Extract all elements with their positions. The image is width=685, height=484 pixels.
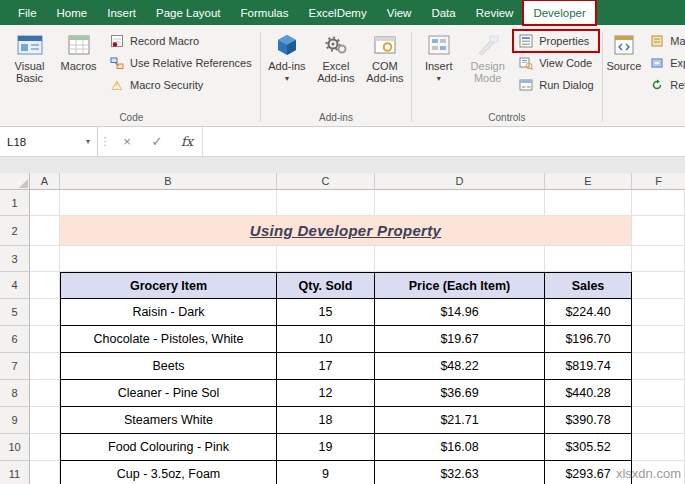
cell[interactable] (30, 380, 60, 407)
cell[interactable]: $36.69 (375, 380, 545, 407)
cell[interactable]: 15 (277, 299, 375, 326)
macro-security-button[interactable]: ⚠ Macro Security (104, 74, 257, 96)
cell[interactable]: Beets (60, 353, 277, 380)
tab-developer[interactable]: Developer (523, 0, 595, 25)
cell[interactable] (632, 380, 685, 407)
use-relative-references-button[interactable]: Use Relative References (104, 52, 257, 74)
table-header-cell[interactable]: Grocery Item (60, 272, 277, 299)
cell[interactable]: $224.40 (545, 299, 632, 326)
tab-home[interactable]: Home (47, 0, 98, 25)
cell[interactable] (375, 190, 545, 216)
tab-page-layout[interactable]: Page Layout (146, 0, 231, 25)
cell[interactable]: 10 (277, 326, 375, 353)
cell[interactable] (60, 246, 277, 272)
view-code-button[interactable]: View Code (513, 52, 598, 74)
tab-view[interactable]: View (377, 0, 422, 25)
macros-button[interactable]: Macros (55, 29, 102, 74)
cell[interactable]: $305.52 (545, 434, 632, 461)
cell[interactable]: Food Colouring - Pink (60, 434, 277, 461)
cell[interactable] (632, 246, 685, 272)
add-ins-button[interactable]: Add-ins ▾ (263, 29, 310, 84)
enter-icon[interactable]: ✓ (142, 127, 172, 156)
cell[interactable] (30, 190, 60, 216)
cell[interactable] (30, 246, 60, 272)
cell[interactable] (545, 190, 632, 216)
cell[interactable] (545, 246, 632, 272)
table-header-cell[interactable]: Price (Each Item) (375, 272, 545, 299)
column-header-a[interactable]: A (30, 173, 60, 189)
cell[interactable]: $819.74 (545, 353, 632, 380)
row-header[interactable]: 11 (0, 461, 30, 484)
excel-add-ins-button[interactable]: Excel Add-ins (312, 29, 359, 86)
cell[interactable] (30, 216, 60, 246)
cell[interactable]: Steamers White (60, 407, 277, 434)
cell[interactable] (632, 407, 685, 434)
cell[interactable]: $32.63 (375, 461, 545, 484)
cell[interactable]: 12 (277, 380, 375, 407)
cell[interactable]: 17 (277, 353, 375, 380)
cell[interactable]: $390.78 (545, 407, 632, 434)
cell[interactable]: 19 (277, 434, 375, 461)
cell[interactable] (30, 407, 60, 434)
cell[interactable] (277, 246, 375, 272)
cell[interactable] (632, 299, 685, 326)
cell[interactable] (30, 272, 60, 299)
cell[interactable] (30, 434, 60, 461)
record-macro-button[interactable]: Record Macro (104, 30, 257, 52)
column-header-c[interactable]: C (277, 173, 375, 189)
cell[interactable]: $196.70 (545, 326, 632, 353)
table-header-cell[interactable]: Sales (545, 272, 632, 299)
run-dialog-button[interactable]: Run Dialog (513, 74, 598, 96)
cell-title[interactable]: Using Developer Property (60, 216, 632, 246)
row-header[interactable]: 6 (0, 326, 30, 353)
name-box-dropdown-icon[interactable]: ▾ (86, 137, 90, 146)
row-header[interactable]: 1 (0, 190, 30, 216)
cell[interactable]: $48.22 (375, 353, 545, 380)
cell[interactable] (30, 461, 60, 484)
cell[interactable]: Cleaner - Pine Sol (60, 380, 277, 407)
insert-control-button[interactable]: Insert ▾ (415, 29, 462, 84)
row-header[interactable]: 9 (0, 407, 30, 434)
table-header-cell[interactable]: Qty. Sold (277, 272, 375, 299)
row-header[interactable]: 4 (0, 272, 30, 299)
row-header[interactable]: 8 (0, 380, 30, 407)
expansion-packs-button[interactable]: Exp (644, 52, 685, 74)
visual-basic-button[interactable]: Visual Basic (6, 29, 53, 86)
select-all-corner[interactable] (0, 173, 30, 189)
cell[interactable] (30, 353, 60, 380)
properties-button[interactable]: Properties (513, 30, 598, 52)
column-header-e[interactable]: E (545, 173, 632, 189)
tab-file[interactable]: File (8, 0, 47, 25)
formula-input[interactable] (202, 127, 685, 156)
row-header[interactable]: 10 (0, 434, 30, 461)
cell[interactable] (632, 272, 685, 299)
cell[interactable]: Cup - 3.5oz, Foam (60, 461, 277, 484)
column-header-d[interactable]: D (375, 173, 545, 189)
row-header[interactable]: 3 (0, 246, 30, 272)
name-box[interactable]: L18 ▾ (0, 127, 98, 156)
tab-exceldemy[interactable]: ExcelDemy (299, 0, 377, 25)
cell[interactable]: $21.71 (375, 407, 545, 434)
insert-function-icon[interactable]: fx (172, 127, 202, 156)
cell[interactable] (632, 326, 685, 353)
refresh-data-button[interactable]: Ref (644, 74, 685, 96)
cell[interactable]: 9 (277, 461, 375, 484)
map-properties-button[interactable]: Map (644, 30, 685, 52)
cell[interactable] (60, 190, 277, 216)
row-header[interactable]: 2 (0, 216, 30, 246)
row-header[interactable]: 7 (0, 353, 30, 380)
cell[interactable]: 18 (277, 407, 375, 434)
tab-data[interactable]: Data (421, 0, 465, 25)
cell[interactable] (632, 190, 685, 216)
cell[interactable]: $14.96 (375, 299, 545, 326)
cell[interactable]: Chocolate - Pistoles, White (60, 326, 277, 353)
cancel-icon[interactable]: × (112, 127, 142, 156)
com-add-ins-button[interactable]: COM Add-ins (361, 29, 408, 86)
cell[interactable] (632, 434, 685, 461)
tab-insert[interactable]: Insert (97, 0, 146, 25)
cell[interactable] (632, 353, 685, 380)
design-mode-button[interactable]: Design Mode (464, 29, 511, 86)
cell[interactable]: $16.08 (375, 434, 545, 461)
column-header-b[interactable]: B (60, 173, 277, 189)
cell[interactable] (30, 299, 60, 326)
